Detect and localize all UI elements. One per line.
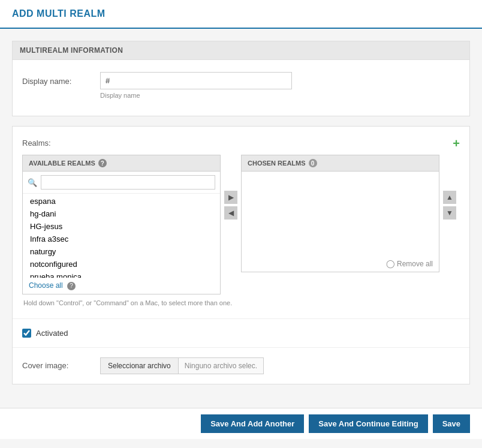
multirealm-section-header: MULTIREALM INFORMATION — [13, 41, 469, 60]
realm-search-input[interactable] — [41, 175, 215, 190]
search-row: 🔍 — [23, 172, 220, 194]
scroll-down-button[interactable]: ▼ — [443, 206, 456, 220]
file-name-display: Ninguno archivo selec. — [179, 358, 263, 374]
scroll-arrows: ▲ ▼ — [439, 191, 460, 220]
chosen-realms-title: CHOSEN REALMS — [248, 160, 306, 167]
available-realms-title: AVAILABLE REALMS — [29, 160, 95, 167]
available-realm-list[interactable]: espanahg-daniHG-jesusInfra a3secnaturgyn… — [23, 194, 220, 278]
chosen-realms-box: CHOSEN REALMS 0 ◯ Remove all — [241, 155, 439, 272]
display-name-control: Display name — [100, 72, 460, 99]
chosen-realms-header: CHOSEN REALMS 0 — [242, 155, 439, 172]
realms-label: Realms: — [22, 139, 460, 148]
file-input-wrap: Seleccionar archivo Ninguno archivo sele… — [100, 357, 264, 374]
activated-row: Activated — [13, 319, 469, 347]
display-name-input[interactable] — [100, 72, 292, 89]
add-realm-button[interactable]: + — [453, 137, 460, 151]
content-area: MULTIREALM INFORMATION Display name: Dis… — [0, 29, 482, 408]
choose-all-link[interactable]: Choose all — [29, 281, 63, 290]
cover-image-label: Cover image: — [22, 361, 100, 370]
save-continue-button[interactable]: Save And Continue Editing — [309, 414, 427, 433]
realms-wrapper: + AVAILABLE REALMS ? 🔍 — [22, 155, 460, 294]
save-add-another-button[interactable]: Save And Add Another — [201, 414, 304, 433]
transfer-arrows: ▶ ◀ — [221, 191, 241, 220]
file-select-button[interactable]: Seleccionar archivo — [101, 358, 179, 374]
remove-all-row: ◯ Remove all — [242, 255, 439, 272]
scroll-up-button[interactable]: ▲ — [443, 191, 456, 204]
realms-section-body: Realms: + AVAILABLE REALMS ? 🔍 — [13, 127, 469, 318]
available-realms-select[interactable]: espanahg-daniHG-jesusInfra a3secnaturgyn… — [23, 194, 220, 278]
page-title: ADD MULTI REALM — [12, 8, 470, 19]
multirealm-section: MULTIREALM INFORMATION Display name: Dis… — [12, 41, 470, 116]
search-icon: 🔍 — [28, 178, 37, 187]
move-right-button[interactable]: ▶ — [224, 191, 237, 204]
display-name-label: Display name: — [22, 72, 100, 86]
realms-section: Realms: + AVAILABLE REALMS ? 🔍 — [12, 126, 470, 384]
choose-all-help-icon[interactable]: ? — [67, 282, 76, 290]
cover-row: Cover image: Seleccionar archivo Ninguno… — [22, 357, 460, 374]
multirealm-section-body: Display name: Display name — [13, 60, 469, 116]
realms-container: AVAILABLE REALMS ? 🔍 espanahg-daniHG-jes… — [22, 155, 460, 294]
display-name-row: Display name: Display name — [22, 72, 460, 99]
footer-bar: Save And Add Another Save And Continue E… — [0, 408, 482, 439]
activated-checkbox[interactable] — [22, 329, 31, 338]
cover-section: Cover image: Seleccionar archivo Ninguno… — [13, 348, 469, 384]
remove-all-link[interactable]: Remove all — [397, 260, 433, 268]
available-help-icon[interactable]: ? — [98, 159, 107, 167]
available-realms-box: AVAILABLE REALMS ? 🔍 espanahg-daniHG-jes… — [22, 155, 221, 294]
save-button[interactable]: Save — [433, 414, 470, 433]
page-header: ADD MULTI REALM — [0, 0, 482, 29]
display-name-hint: Display name — [100, 92, 460, 99]
activated-label: Activated — [36, 329, 68, 338]
choose-all-row: Choose all ? — [23, 278, 220, 294]
move-left-button[interactable]: ◀ — [224, 206, 237, 220]
available-realms-header: AVAILABLE REALMS ? — [23, 155, 220, 172]
chosen-realms-select[interactable] — [242, 172, 439, 255]
chosen-help-icon[interactable]: 0 — [309, 159, 317, 167]
realms-hint: Hold down "Control", or "Command" on a M… — [22, 299, 460, 306]
chosen-realm-list[interactable] — [242, 172, 439, 255]
